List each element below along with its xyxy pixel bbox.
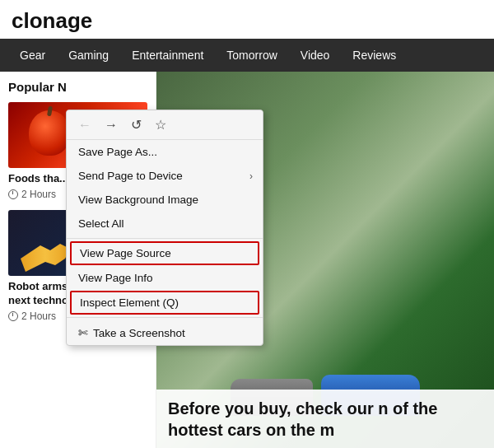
forward-button[interactable]: → (101, 116, 121, 134)
menu-item-inspect-label: Inspect Element (Q) (80, 296, 179, 309)
hero-text-box: Before you buy, check our n of the hotte… (156, 390, 494, 448)
browser-toolbar: ← → ↺ ☆ (67, 110, 263, 140)
menu-item-view-source[interactable]: View Page Source (70, 241, 259, 265)
menu-item-view-info-label: View Page Info (78, 272, 153, 284)
back-button[interactable]: ← (75, 116, 95, 134)
bookmark-button[interactable]: ☆ (151, 115, 170, 134)
popular-heading: Popular N (8, 80, 147, 94)
nav-item-video[interactable]: Video (289, 39, 342, 72)
reload-button[interactable]: ↺ (128, 115, 145, 134)
main-content: Popular N Foods tha... learning 2 Hours … (0, 72, 494, 448)
nav-item-entertainment[interactable]: Entertainment (120, 39, 215, 72)
clock-icon-2 (8, 311, 18, 321)
menu-item-save-page-label: Save Page As... (78, 146, 157, 158)
menu-item-screenshot[interactable]: ✄ Take a Screenshot (67, 320, 263, 345)
nav-bar: Gear Gaming Entertainment Tomorrow Video… (0, 39, 494, 72)
menu-item-send-page-label: Send Page to Device (78, 170, 183, 182)
context-menu: ← → ↺ ☆ Save Page As... Send Page to Dev… (66, 110, 263, 346)
submenu-arrow-icon: › (249, 170, 253, 182)
card-2-time-label: 2 Hours (21, 310, 56, 322)
menu-item-view-info[interactable]: View Page Info (67, 266, 263, 290)
card-1-time-label: 2 Hours (21, 189, 56, 200)
menu-item-select-all[interactable]: Select All (67, 212, 263, 236)
menu-item-view-bg-label: View Background Image (78, 194, 198, 206)
menu-item-view-bg[interactable]: View Background Image (67, 188, 263, 212)
nav-item-gear[interactable]: Gear (8, 39, 57, 72)
hero-headline: Before you buy, check our n of the hotte… (168, 398, 482, 441)
menu-divider-2 (67, 317, 263, 318)
clock-icon-1 (8, 189, 18, 199)
menu-item-send-page[interactable]: Send Page to Device › (67, 164, 263, 188)
menu-item-view-source-label: View Page Source (80, 247, 171, 259)
nav-item-gaming[interactable]: Gaming (57, 39, 120, 72)
nav-item-tomorrow[interactable]: Tomorrow (215, 39, 288, 72)
screenshot-icon: ✄ (78, 326, 88, 339)
menu-item-save-page[interactable]: Save Page As... (67, 140, 263, 164)
menu-item-screenshot-label: Take a Screenshot (93, 327, 185, 339)
nav-item-reviews[interactable]: Reviews (341, 39, 408, 72)
menu-item-select-all-label: Select All (78, 217, 124, 230)
site-title: clonage (0, 0, 494, 39)
menu-item-inspect[interactable]: Inspect Element (Q) (70, 291, 259, 315)
menu-divider-1 (67, 238, 263, 239)
